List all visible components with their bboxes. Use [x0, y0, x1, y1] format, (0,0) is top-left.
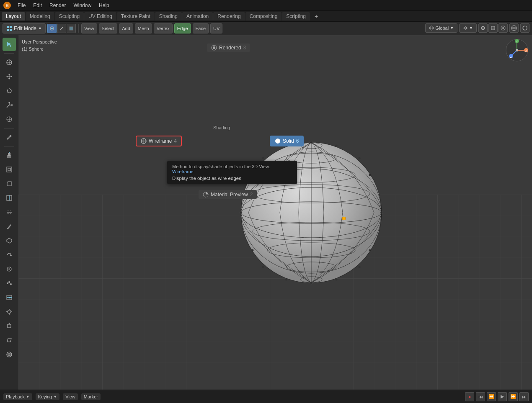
3d-viewport[interactable]: User Perspective (1) Sphere X Y Z	[18, 35, 532, 390]
tab-layout[interactable]: Layout	[2, 12, 25, 21]
vertex-mode-btn[interactable]	[47, 24, 57, 33]
prev-frame-btn[interactable]: ⏪	[487, 392, 496, 401]
bottom-view-dropdown[interactable]: View	[63, 393, 78, 400]
solid-label: Solid	[283, 138, 294, 144]
menu-help[interactable]: Help	[96, 2, 113, 9]
svg-rect-46	[8, 168, 10, 171]
knife-tool-btn[interactable]	[3, 220, 16, 233]
add-menu-btn[interactable]: Add	[119, 23, 133, 33]
transform-space-selector[interactable]: Global ▼	[425, 23, 457, 33]
playback-dropdown[interactable]: Playback ▼	[3, 393, 32, 400]
jump-to-start-btn[interactable]: ⏮	[476, 392, 485, 401]
bevel-tool-btn[interactable]	[3, 177, 16, 190]
randomize-tool-btn[interactable]	[3, 277, 16, 290]
tab-texture-paint[interactable]: Texture Paint	[117, 12, 155, 21]
svg-point-113	[262, 266, 264, 268]
navigation-gizmo[interactable]: X Y Z	[505, 39, 529, 62]
spin-tool-btn[interactable]	[3, 248, 16, 262]
solid-btn[interactable]: Solid 6	[270, 136, 304, 146]
rendered-icon	[211, 45, 217, 51]
face-mode-btn[interactable]	[67, 24, 76, 33]
tab-rendering[interactable]: Rendering	[213, 12, 245, 21]
rotate-tool-btn[interactable]	[3, 84, 16, 98]
face-menu-btn[interactable]: Face	[193, 23, 209, 33]
tab-compositing[interactable]: Compositing	[245, 12, 282, 21]
to-sphere-tool-btn[interactable]	[3, 348, 16, 361]
record-btn[interactable]: ●	[465, 392, 474, 401]
tab-sculpting[interactable]: Sculpting	[55, 12, 84, 21]
extrude-tool-btn[interactable]	[3, 149, 16, 162]
global-icon	[429, 26, 434, 31]
svg-rect-45	[7, 167, 12, 172]
smooth-vertices-tool-btn[interactable]	[3, 262, 16, 276]
menu-render[interactable]: Render	[46, 2, 69, 9]
tab-uv-editing[interactable]: UV Editing	[84, 12, 116, 21]
rendered-num: 8	[243, 45, 246, 51]
svg-marker-70	[8, 323, 10, 323]
edge-slide-tool-btn[interactable]	[3, 291, 16, 304]
show-overlays-btn[interactable]	[509, 23, 519, 33]
rendered-btn[interactable]: Rendered 8	[207, 44, 250, 52]
top-menu-bar: B File Edit Render Window Help	[0, 0, 532, 11]
material-preview-btn[interactable]: Material Preview 2	[199, 190, 257, 199]
shear-tool-btn[interactable]	[3, 334, 16, 347]
svg-rect-34	[11, 105, 13, 106]
transform-tool-btn[interactable]	[3, 113, 16, 126]
menu-file[interactable]: File	[14, 2, 29, 9]
move-tool-btn[interactable]	[3, 70, 16, 83]
cursor-tool-btn[interactable]	[3, 56, 16, 69]
select-menu-btn[interactable]: Select	[99, 23, 118, 33]
shrink-fatten-tool-btn[interactable]	[3, 305, 16, 318]
tool-separator-1	[4, 53, 14, 54]
loop-cut-tool-btn[interactable]	[3, 191, 16, 205]
separator-1	[78, 24, 79, 33]
scale-tool-btn[interactable]	[3, 98, 16, 112]
playback-label: Playback	[6, 394, 25, 399]
svg-point-58	[8, 281, 10, 283]
svg-point-56	[8, 268, 10, 270]
inset-tool-btn[interactable]	[3, 163, 16, 176]
snap-toggle-btn[interactable]	[478, 23, 488, 33]
poly-build-tool-btn[interactable]	[3, 234, 16, 247]
jump-to-end-btn[interactable]: ⏭	[519, 392, 529, 401]
snap-type-btn[interactable]	[488, 23, 498, 33]
menu-edit[interactable]: Edit	[30, 2, 45, 9]
edge-mode-btn[interactable]	[57, 24, 66, 33]
uv-menu-btn[interactable]: UV	[210, 23, 222, 33]
marker-dropdown[interactable]: Marker	[81, 393, 101, 400]
tab-shading[interactable]: Shading	[155, 12, 182, 21]
tab-scripting[interactable]: Scripting	[282, 12, 310, 21]
view-menu-btn[interactable]: View	[81, 23, 97, 33]
annotate-tool-btn[interactable]	[3, 131, 16, 144]
next-frame-btn[interactable]: ⏩	[509, 392, 518, 401]
left-toolbar	[0, 35, 18, 390]
blender-logo[interactable]: B	[3, 1, 12, 10]
push-pull-tool-btn[interactable]	[3, 319, 16, 333]
offset-edge-tool-btn[interactable]	[3, 205, 16, 219]
select-box-tool-btn[interactable]	[3, 38, 16, 51]
edge-menu-btn[interactable]: Edge	[174, 23, 191, 33]
material-preview-num: 2	[250, 192, 253, 198]
play-btn[interactable]: ▶	[498, 392, 507, 401]
svg-point-125	[275, 139, 280, 144]
svg-point-120	[213, 46, 215, 49]
menu-window[interactable]: Window	[70, 2, 95, 9]
vertex-menu-btn[interactable]: Vertex	[154, 23, 173, 33]
tab-animation[interactable]: Animation	[182, 12, 213, 21]
keying-dropdown[interactable]: Keying ▼	[36, 393, 60, 400]
svg-marker-44	[8, 152, 10, 152]
svg-point-62	[9, 297, 10, 298]
mesh-menu-btn[interactable]: Mesh	[135, 23, 152, 33]
wireframe-btn[interactable]: Wireframe 4	[136, 136, 182, 146]
show-xray-btn[interactable]	[520, 23, 529, 33]
sphere-wireframe	[232, 133, 391, 292]
mode-selector[interactable]: Edit Mode ▼	[3, 23, 46, 33]
play-icon: ▶	[501, 394, 504, 399]
proportional-edit-btn[interactable]	[498, 23, 508, 33]
svg-rect-35	[8, 102, 10, 103]
add-workspace-tab-button[interactable]: +	[312, 12, 320, 21]
pivot-point-selector[interactable]: ▼	[459, 23, 477, 33]
tab-modeling[interactable]: Modeling	[26, 12, 54, 21]
svg-rect-4	[7, 29, 9, 31]
tooltip-highlight: Wireframe	[172, 169, 194, 174]
